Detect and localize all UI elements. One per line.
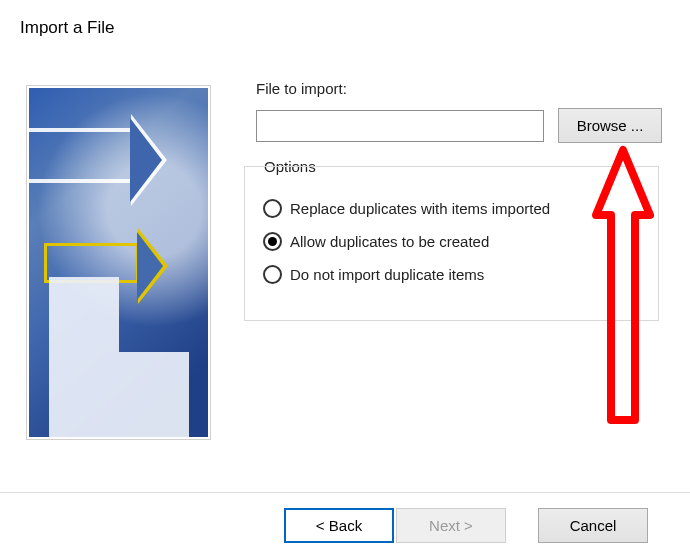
next-button: Next > — [396, 508, 506, 543]
radio-no-duplicate-import[interactable]: Do not import duplicate items — [263, 265, 642, 284]
back-button[interactable]: < Back — [284, 508, 394, 543]
browse-button[interactable]: Browse ... — [558, 108, 662, 143]
file-import-input[interactable] — [256, 110, 544, 142]
footer-separator — [0, 492, 690, 493]
options-group: Replace duplicates with items imported A… — [244, 166, 659, 321]
radio-label: Do not import duplicate items — [290, 266, 484, 283]
radio-icon — [263, 265, 282, 284]
radio-label: Allow duplicates to be created — [290, 233, 489, 250]
radio-label: Replace duplicates with items imported — [290, 200, 550, 217]
radio-allow-duplicates[interactable]: Allow duplicates to be created — [263, 232, 642, 251]
cancel-button[interactable]: Cancel — [538, 508, 648, 543]
radio-icon — [263, 199, 282, 218]
dialog-title: Import a File — [20, 18, 114, 38]
wizard-graphic — [26, 85, 211, 440]
radio-icon — [263, 232, 282, 251]
file-import-label: File to import: — [256, 80, 347, 97]
radio-replace-duplicates[interactable]: Replace duplicates with items imported — [263, 199, 642, 218]
